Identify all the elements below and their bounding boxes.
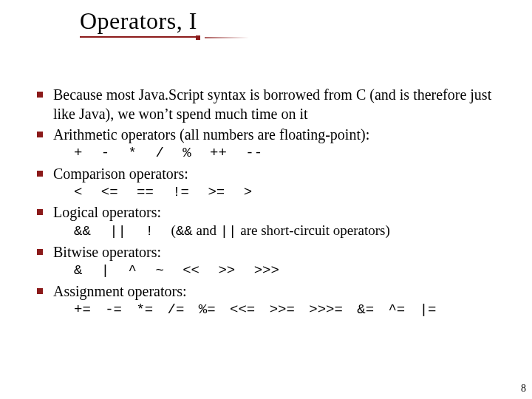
title-decoration [197, 35, 242, 39]
bullet-item: Bitwise operators: & | ^ ~ << >> >>> [37, 242, 510, 280]
note-close: operators) [330, 222, 390, 238]
slide-title: Operators, I [80, 7, 197, 38]
operators-line: += -= *= /= %= <<= >>= >>>= &= ^= |= [53, 301, 510, 319]
logical-ops: && || ! [74, 223, 154, 239]
bullet-text: Bitwise operators: [53, 242, 510, 262]
bullet-item: Comparison operators: < <= == != >= > [37, 164, 510, 202]
square-bullet-icon [37, 132, 43, 137]
bullet-item: Arithmetic operators (all numbers are fl… [37, 125, 510, 163]
note-are: are [236, 222, 261, 238]
note-and-word: and [193, 222, 220, 238]
square-bullet-icon [37, 288, 43, 294]
operators-line: < <= == != >= > [53, 183, 510, 202]
slide: Operators, I Because most Java.Script sy… [0, 0, 532, 399]
bullet-text: Arithmetic operators (all numbers are fl… [53, 125, 510, 144]
bullet-text: Assignment operators: [53, 282, 510, 301]
square-bullet-icon [37, 92, 43, 98]
and-token: && [176, 223, 193, 239]
bullet-item: Assignment operators: += -= *= /= %= <<=… [37, 282, 510, 319]
bullet-text: Comparison operators: [53, 164, 510, 183]
or-token: || [220, 223, 237, 239]
body: Because most Java.Script syntax is borro… [37, 85, 510, 320]
operators-line: && || ! (&& and || are short-circuit ope… [53, 222, 510, 241]
page-number: 8 [521, 383, 526, 395]
operators-line: & | ^ ~ << >> >>> [53, 262, 510, 280]
square-bullet-icon [37, 209, 43, 215]
operators-line: + - * / % ++ -- [53, 144, 510, 163]
bullet-text: Because most Java.Script syntax is borro… [53, 85, 510, 123]
bullet-item: Because most Java.Script syntax is borro… [37, 85, 510, 123]
note-emph: short-circuit [261, 222, 330, 238]
bullet-text: Logical operators: [53, 202, 510, 222]
square-bullet-icon [37, 171, 43, 177]
bullet-item: Logical operators: && || ! (&& and || ar… [37, 202, 510, 241]
square-bullet-icon [37, 249, 43, 255]
title-block: Operators, I [80, 7, 242, 38]
